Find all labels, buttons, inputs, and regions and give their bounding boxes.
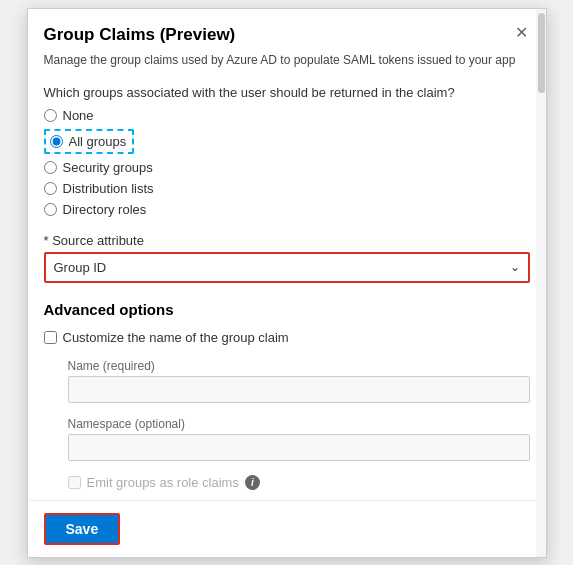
scrollbar-thumb[interactable] <box>538 13 545 93</box>
source-attribute-section: * Source attribute Group ID sAMAccountNa… <box>44 233 530 283</box>
customize-checkbox-row[interactable]: Customize the name of the group claim <box>44 330 530 345</box>
advanced-options-title: Advanced options <box>44 301 530 318</box>
radio-security-groups-input[interactable] <box>44 161 57 174</box>
radio-distribution-lists-label: Distribution lists <box>63 181 154 196</box>
radio-all-groups[interactable]: All groups <box>44 129 530 154</box>
emit-checkbox[interactable] <box>68 476 81 489</box>
namespace-field: Namespace (optional) <box>44 417 530 461</box>
dialog-body: Which groups associated with the user sh… <box>28 77 546 500</box>
name-field-label: Name (required) <box>68 359 530 373</box>
radio-none[interactable]: None <box>44 108 530 123</box>
dialog-title: Group Claims (Preview) <box>44 25 236 45</box>
radio-none-input[interactable] <box>44 109 57 122</box>
emit-row: Emit groups as role claims i <box>44 475 530 490</box>
name-field: Name (required) <box>44 359 530 403</box>
info-icon[interactable]: i <box>245 475 260 490</box>
dialog-subtitle: Manage the group claims used by Azure AD… <box>28 53 546 77</box>
radio-directory-roles[interactable]: Directory roles <box>44 202 530 217</box>
radio-security-groups-label: Security groups <box>63 160 153 175</box>
namespace-field-label: Namespace (optional) <box>68 417 530 431</box>
dialog-footer: Save <box>28 500 546 557</box>
namespace-input[interactable] <box>68 434 530 461</box>
customize-checkbox[interactable] <box>44 331 57 344</box>
source-attribute-label: * Source attribute <box>44 233 530 248</box>
name-input[interactable] <box>68 376 530 403</box>
source-attribute-select[interactable]: Group ID sAMAccountName NetbiosDomain\sA… <box>46 254 502 281</box>
radio-all-groups-wrapper: All groups <box>44 129 135 154</box>
question-text: Which groups associated with the user sh… <box>44 85 530 100</box>
radio-security-groups[interactable]: Security groups <box>44 160 530 175</box>
radio-all-groups-input[interactable] <box>50 135 63 148</box>
radio-group: None All groups Security groups Distribu… <box>44 108 530 217</box>
radio-none-label: None <box>63 108 94 123</box>
dialog-header: Group Claims (Preview) ✕ <box>28 9 546 53</box>
radio-distribution-lists[interactable]: Distribution lists <box>44 181 530 196</box>
emit-checkbox-label: Emit groups as role claims <box>87 475 239 490</box>
required-star: * <box>44 233 53 248</box>
group-claims-dialog: Group Claims (Preview) ✕ Manage the grou… <box>27 8 547 558</box>
customize-checkbox-label: Customize the name of the group claim <box>63 330 289 345</box>
radio-directory-roles-input[interactable] <box>44 203 57 216</box>
radio-directory-roles-label: Directory roles <box>63 202 147 217</box>
close-button[interactable]: ✕ <box>513 25 530 41</box>
chevron-down-icon: ⌄ <box>502 260 528 274</box>
radio-all-groups-label: All groups <box>69 134 127 149</box>
source-attribute-label-text: Source attribute <box>52 233 144 248</box>
source-attribute-select-wrapper[interactable]: Group ID sAMAccountName NetbiosDomain\sA… <box>44 252 530 283</box>
save-button[interactable]: Save <box>44 513 121 545</box>
radio-distribution-lists-input[interactable] <box>44 182 57 195</box>
scrollbar-track <box>536 9 546 557</box>
